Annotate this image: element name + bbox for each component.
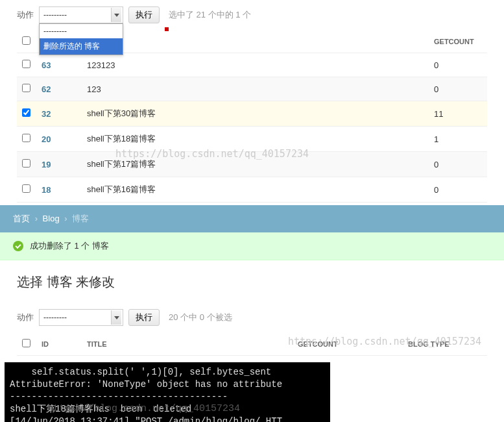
table-row: 63 123123 0: [17, 53, 487, 77]
col-title[interactable]: TITLE: [82, 30, 429, 53]
terminal-output: self.status.split(' ',1)[0], self.bytes_…: [5, 362, 330, 422]
terminal-line: self.status.split(' ',1)[0], self.bytes_…: [10, 367, 277, 377]
row-id-link[interactable]: 18: [42, 185, 51, 195]
success-text: 成功删除了 1 个 博客: [30, 240, 109, 252]
row-getcount: 11: [429, 101, 487, 127]
col-getcount[interactable]: GETCOUNT: [429, 30, 487, 53]
row-title: 123123: [82, 53, 429, 77]
row-id-link[interactable]: 19: [42, 160, 51, 169]
results-table: ID TITLE GETCOUNT BLOG TYPE: [17, 332, 487, 356]
action-select[interactable]: ---------: [39, 309, 123, 326]
breadcrumb-sep: ›: [64, 214, 67, 223]
select-all-header: [17, 332, 36, 356]
go-button[interactable]: 执行: [128, 309, 160, 326]
row-title: shell下第16篇博客: [82, 177, 429, 203]
row-getcount: 0: [429, 53, 487, 77]
col-getcount[interactable]: GETCOUNT: [293, 332, 403, 356]
col-blogtype[interactable]: BLOG TYPE: [403, 332, 487, 356]
row-title: shell下第17篇博客: [82, 152, 429, 177]
row-title: shell下第18篇博客: [82, 127, 429, 152]
row-getcount: 0: [429, 152, 487, 177]
row-checkbox[interactable]: [22, 60, 30, 68]
select-all-header: [17, 30, 36, 53]
action-select-value: ---------: [43, 313, 67, 322]
select-all-checkbox[interactable]: [22, 339, 30, 347]
breadcrumb-current: 博客: [72, 214, 89, 223]
page-title: 选择 博客 来修改: [17, 273, 487, 291]
breadcrumb-app[interactable]: Blog: [43, 214, 60, 223]
row-checkbox[interactable]: [22, 184, 30, 193]
col-title[interactable]: TITLE: [82, 332, 293, 356]
dropdown-option-delete[interactable]: 删除所选的 博客: [40, 38, 123, 55]
select-all-checkbox[interactable]: [22, 36, 30, 45]
indicator-icon: [165, 27, 169, 31]
row-getcount: 0: [429, 177, 487, 203]
action-row: 动作 --------- --------- 删除所选的 博客 执行 选中了 2…: [17, 6, 487, 23]
terminal-line: shell下第18篇博客has been deleted: [10, 404, 191, 414]
row-getcount: 0: [429, 77, 487, 101]
row-checkbox[interactable]: [22, 159, 30, 168]
row-title: 123: [82, 77, 429, 101]
selection-count: 20 个中 0 个被选: [169, 312, 232, 323]
table-row: 32 shell下第30篇博客 11: [17, 101, 487, 127]
breadcrumb-home[interactable]: 首页: [13, 214, 30, 223]
action-row: 动作 --------- 执行 20 个中 0 个被选: [17, 309, 487, 326]
action-select-value: ---------: [43, 10, 67, 19]
row-id-link[interactable]: 62: [42, 84, 51, 94]
row-id-link[interactable]: 20: [42, 134, 51, 144]
row-checkbox[interactable]: [22, 134, 30, 142]
row-title: shell下第30篇博客: [82, 101, 429, 127]
terminal-line: ----------------------------------------: [10, 391, 228, 402]
dropdown-option-blank[interactable]: ---------: [40, 24, 123, 38]
admin-change-list-top: 动作 --------- --------- 删除所选的 博客 执行 选中了 2…: [0, 0, 504, 203]
action-label: 动作: [17, 9, 34, 21]
table-header-row: ID TITLE GETCOUNT BLOG TYPE: [17, 332, 487, 356]
check-circle-icon: [13, 241, 23, 251]
chevron-down-icon: [111, 8, 121, 22]
action-dropdown: --------- 删除所选的 博客: [39, 23, 123, 55]
action-select-wrap: ---------: [39, 309, 123, 326]
go-button[interactable]: 执行: [128, 6, 160, 23]
table-row: 20 shell下第18篇博客 1: [17, 127, 487, 152]
action-select[interactable]: ---------: [39, 6, 123, 23]
selection-count: 选中了 21 个中的 1 个: [169, 9, 251, 21]
row-checkbox[interactable]: [22, 108, 30, 117]
table-row: 18 shell下第16篇博客 0: [17, 177, 487, 203]
action-select-wrap: --------- --------- 删除所选的 博客: [39, 6, 123, 23]
terminal-line: AttributeError: 'NoneType' object has no…: [10, 379, 282, 390]
breadcrumb-sep: ›: [35, 214, 38, 223]
admin-change-list-bottom: 选择 博客 来修改 动作 --------- 执行 20 个中 0 个被选 ID…: [0, 260, 504, 362]
row-id-link[interactable]: 32: [42, 109, 51, 119]
breadcrumb: 首页 › Blog › 博客: [0, 205, 504, 232]
table-row: 19 shell下第17篇博客 0: [17, 152, 487, 177]
table-row: 62 123 0: [17, 77, 487, 101]
success-message: 成功删除了 1 个 博客: [0, 232, 504, 260]
terminal-line: [14/Jun/2018 13:37:41] "POST /admin/blog…: [10, 416, 282, 422]
row-getcount: 1: [429, 127, 487, 152]
results-table: ID TITLE GETCOUNT 63 123123 0 62 123 0 3…: [17, 30, 487, 203]
action-label: 动作: [17, 312, 34, 323]
row-id-link[interactable]: 63: [42, 60, 51, 70]
chevron-down-icon: [111, 310, 121, 325]
col-id[interactable]: ID: [36, 332, 82, 356]
row-checkbox[interactable]: [22, 84, 30, 92]
